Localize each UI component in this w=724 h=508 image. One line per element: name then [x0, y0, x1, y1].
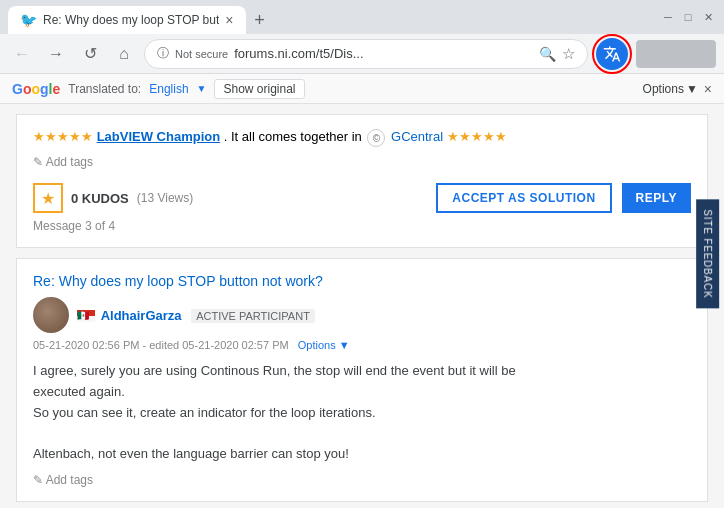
- post2-body-line1: I agree, surely you are using Continous …: [33, 361, 691, 382]
- post2-body-line3: So you can see it, create an indicator f…: [33, 403, 691, 424]
- translate-icon-wrapper: [594, 36, 630, 72]
- post2-meta: 05-21-2020 02:56 PM - edited 05-21-2020 …: [33, 339, 691, 351]
- options-arrow-icon: ▼: [686, 82, 698, 96]
- nav-bar: ← → ↺ ⌂ ⓘ Not secure forums.ni.com/t5/Di…: [0, 34, 724, 74]
- author-name[interactable]: AldhairGarza: [101, 308, 182, 323]
- url-text: forums.ni.com/t5/Dis...: [234, 46, 533, 61]
- author-name-row: 🇲🇽 AldhairGarza ACTIVE PARTICIPANT: [77, 308, 315, 323]
- author-badge: ACTIVE PARTICIPANT: [191, 309, 315, 323]
- search-icon: 🔍: [539, 46, 556, 62]
- post1-actions: ★ 0 KUDOS (13 Views) ACCEPT AS SOLUTION …: [33, 183, 691, 213]
- post2-title: Re: Why does my loop STOP button not wor…: [33, 273, 691, 289]
- kudos-area: ★ 0 KUDOS (13 Views): [33, 183, 193, 213]
- post2-options-label: Options: [298, 339, 336, 351]
- translation-language[interactable]: English: [149, 82, 188, 96]
- post-edited-date: edited 05-21-2020 02:57 PM: [149, 339, 288, 351]
- accept-solution-button[interactable]: ACCEPT AS SOLUTION: [436, 183, 611, 213]
- language-dropdown-icon[interactable]: ▼: [197, 83, 207, 94]
- title-bar: 🐦 Re: Why does my loop STOP but × + ─ □ …: [0, 0, 724, 34]
- kudos-star-button[interactable]: ★: [33, 183, 63, 213]
- translate-bar: Google Translated to: English ▼ Show ori…: [0, 74, 724, 104]
- window-controls: ─ □ ✕: [660, 9, 716, 25]
- post2-options-arrow-icon: ▼: [339, 339, 350, 351]
- stars-before: ★★★★★: [33, 129, 93, 144]
- tab-bar: 🐦 Re: Why does my loop STOP but × +: [8, 0, 656, 34]
- author-info: 🇲🇽 AldhairGarza ACTIVE PARTICIPANT: [77, 308, 315, 323]
- home-button[interactable]: ⌂: [110, 40, 138, 68]
- options-label: Options: [643, 82, 684, 96]
- translate-bar-right: Options ▼ ×: [643, 81, 712, 97]
- google-logo: Google: [12, 81, 60, 97]
- translate-bar-close-icon[interactable]: ×: [704, 81, 712, 97]
- stars-after: ★★★★★: [447, 129, 507, 144]
- page-content: ★★★★★ LabVIEW Champion . It all comes to…: [0, 104, 724, 508]
- minimize-button[interactable]: ─: [660, 9, 676, 25]
- maximize-button[interactable]: □: [680, 9, 696, 25]
- translated-to-label: Translated to:: [68, 82, 141, 96]
- author-avatar: [33, 297, 69, 333]
- action-buttons: ACCEPT AS SOLUTION REPLY: [436, 183, 691, 213]
- back-button[interactable]: ←: [8, 40, 36, 68]
- reload-button[interactable]: ↺: [76, 40, 104, 68]
- address-bar[interactable]: ⓘ Not secure forums.ni.com/t5/Dis... 🔍 ☆: [144, 39, 588, 69]
- post2-body-line2: executed again.: [33, 382, 691, 403]
- kudos-views: (13 Views): [137, 191, 193, 205]
- content-scroll[interactable]: ★★★★★ LabVIEW Champion . It all comes to…: [0, 104, 724, 508]
- site-feedback-tab[interactable]: SITE FEEDBACK: [696, 199, 719, 308]
- add-tags-link-1[interactable]: ✎ Add tags: [33, 155, 691, 169]
- add-tags-link-2[interactable]: ✎ Add tags: [33, 473, 691, 487]
- post2-author-row: 🇲🇽 AldhairGarza ACTIVE PARTICIPANT: [33, 297, 691, 333]
- post1-header-line: ★★★★★ LabVIEW Champion . It all comes to…: [33, 129, 691, 147]
- reply-button[interactable]: REPLY: [622, 183, 691, 213]
- show-original-button[interactable]: Show original: [214, 79, 304, 99]
- bookmark-star-icon[interactable]: ☆: [562, 45, 575, 63]
- post2-body-line5: Altenbach, not even the language barrier…: [33, 444, 691, 465]
- post1-text-between: . It all comes together in: [224, 129, 362, 144]
- author-flag-icon: 🇲🇽: [77, 310, 95, 322]
- forward-button[interactable]: →: [42, 40, 70, 68]
- gc-central-link[interactable]: GCentral: [391, 129, 443, 144]
- translate-options-button[interactable]: Options ▼: [643, 82, 698, 96]
- not-secure-label: Not secure: [175, 48, 228, 60]
- close-window-button[interactable]: ✕: [700, 9, 716, 25]
- browser-frame: 🐦 Re: Why does my loop STOP but × + ─ □ …: [0, 0, 724, 508]
- gc-icon: ©: [367, 129, 385, 147]
- tab-close-icon[interactable]: ×: [225, 12, 233, 28]
- lock-icon: ⓘ: [157, 45, 169, 62]
- post-card-2: Re: Why does my loop STOP button not wor…: [16, 258, 708, 502]
- kudos-count: 0 KUDOS: [71, 191, 129, 206]
- post2-options-link[interactable]: Options ▼: [298, 339, 350, 351]
- highlight-circle: [592, 34, 632, 74]
- post-date: 05-21-2020 02:56 PM: [33, 339, 139, 351]
- new-tab-button[interactable]: +: [246, 6, 274, 34]
- post2-body-line3-text: So you can see it, create an indicator f…: [33, 405, 376, 420]
- post2-title-link[interactable]: Re: Why does my loop STOP button not wor…: [33, 273, 323, 289]
- message-number: Message 3 of 4: [33, 219, 691, 233]
- post2-body: I agree, surely you are using Continous …: [33, 361, 691, 465]
- profile-info: [636, 40, 716, 68]
- profile-area: [636, 40, 716, 68]
- post-card-1: ★★★★★ LabVIEW Champion . It all comes to…: [16, 114, 708, 248]
- tab-title: Re: Why does my loop STOP but: [43, 13, 219, 27]
- tab-favicon-icon: 🐦: [20, 12, 37, 28]
- active-tab[interactable]: 🐦 Re: Why does my loop STOP but ×: [8, 6, 246, 34]
- champion-link[interactable]: LabVIEW Champion: [97, 129, 221, 144]
